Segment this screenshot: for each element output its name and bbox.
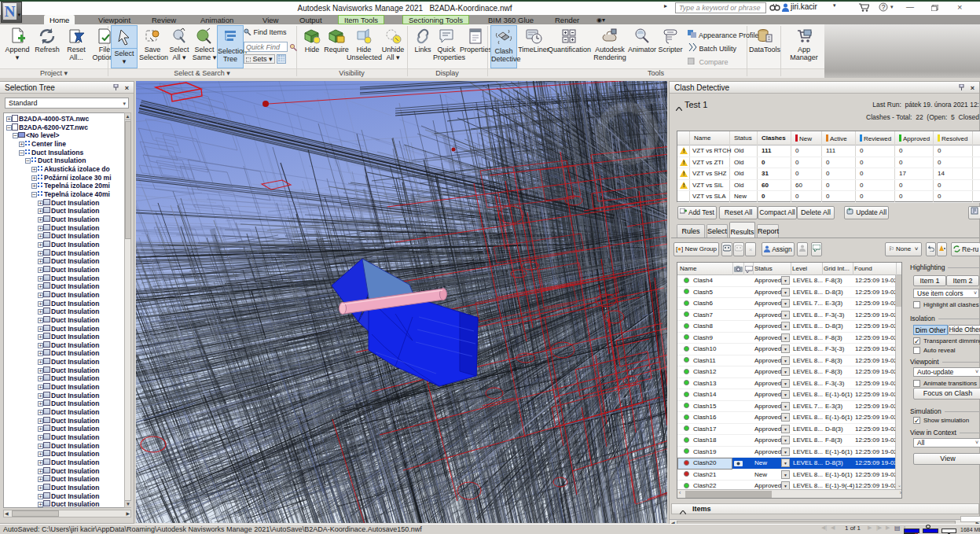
svg-text:?: ? — [882, 3, 886, 11]
